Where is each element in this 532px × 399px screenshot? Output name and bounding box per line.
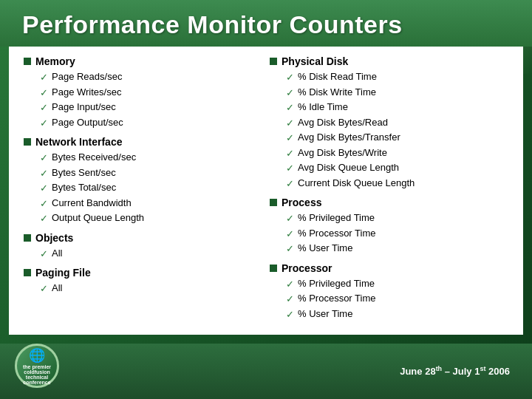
date-sup: th bbox=[436, 365, 443, 372]
item-text: Page Reads/sec bbox=[52, 69, 122, 84]
item-text: Bytes Total/sec bbox=[52, 180, 116, 195]
list-item: ✓% Disk Read Time bbox=[286, 69, 508, 85]
list-item: ✓Page Input/sec bbox=[40, 100, 262, 115]
check-icon: ✓ bbox=[40, 86, 48, 100]
item-text: Page Writes/sec bbox=[52, 85, 121, 100]
list-item: ✓Avg Disk Bytes/Read bbox=[286, 115, 508, 131]
check-icon: ✓ bbox=[286, 277, 294, 292]
check-icon: ✓ bbox=[286, 292, 294, 307]
bullet-icon bbox=[270, 199, 277, 206]
item-text: % Processor Time bbox=[298, 291, 375, 306]
item-text: Page Output/sec bbox=[52, 115, 123, 130]
check-icon: ✓ bbox=[40, 100, 48, 115]
logo-circle: 🌐 the premier coldfusion technical confe… bbox=[15, 344, 59, 388]
check-icon: ✓ bbox=[286, 211, 294, 226]
check-icon: ✓ bbox=[40, 70, 48, 85]
processor-label: Processor bbox=[282, 262, 332, 274]
list-item: ✓% Privileged Time bbox=[286, 276, 508, 292]
bullet-icon bbox=[24, 58, 31, 65]
section-process: Process ✓% Privileged Time ✓% Processor … bbox=[270, 197, 508, 256]
item-text: Avg Disk Bytes/Transfer bbox=[298, 130, 400, 145]
globe-icon: 🌐 bbox=[29, 347, 45, 364]
list-item: ✓Current Disk Queue Length bbox=[286, 176, 508, 191]
item-text: % Disk Write Time bbox=[298, 85, 376, 100]
item-text: % Privileged Time bbox=[298, 211, 375, 225]
process-header: Process bbox=[270, 197, 508, 208]
check-icon: ✓ bbox=[40, 151, 48, 166]
date-rest: – July 1 bbox=[442, 366, 480, 378]
footer-logo: 🌐 the premier coldfusion technical confe… bbox=[15, 344, 66, 395]
list-item: ✓Avg Disk Bytes/Transfer bbox=[286, 130, 508, 146]
bullet-icon bbox=[270, 265, 277, 272]
item-text: Page Input/sec bbox=[52, 100, 116, 115]
list-item: ✓% Disk Write Time bbox=[286, 85, 508, 100]
bullet-icon bbox=[24, 269, 31, 276]
title-area: Performance Monitor Counters bbox=[0, 0, 532, 47]
list-item: ✓All bbox=[40, 281, 262, 296]
physical-disk-label: Physical Disk bbox=[282, 55, 348, 67]
list-item: ✓Bytes Total/sec bbox=[40, 180, 262, 196]
bullet-icon bbox=[270, 58, 277, 65]
check-icon: ✓ bbox=[286, 70, 294, 85]
list-item: ✓All bbox=[40, 246, 262, 262]
item-text: Bytes Received/sec bbox=[52, 150, 136, 165]
logo-line3: technical bbox=[26, 375, 48, 380]
process-label: Process bbox=[282, 197, 321, 208]
check-icon: ✓ bbox=[286, 116, 294, 131]
list-item: ✓Avg Disk Bytes/Write bbox=[286, 146, 508, 161]
objects-label: Objects bbox=[35, 232, 73, 244]
physical-disk-header: Physical Disk bbox=[270, 55, 508, 67]
check-icon: ✓ bbox=[286, 161, 294, 176]
memory-label: Memory bbox=[35, 55, 75, 67]
list-item: ✓% Processor Time bbox=[286, 291, 508, 307]
check-icon: ✓ bbox=[286, 227, 294, 242]
network-label: Network Interface bbox=[35, 136, 122, 148]
item-text: % Idle Time bbox=[298, 100, 348, 115]
network-list: ✓Bytes Received/sec ✓Bytes Sent/sec ✓Byt… bbox=[40, 150, 262, 226]
objects-header: Objects bbox=[24, 232, 262, 244]
list-item: ✓% User Time bbox=[286, 241, 508, 256]
check-icon: ✓ bbox=[40, 211, 48, 226]
paging-list: ✓All bbox=[40, 281, 262, 296]
paging-label: Paging File bbox=[35, 267, 91, 279]
section-objects: Objects ✓All bbox=[24, 232, 262, 262]
item-text: % Privileged Time bbox=[298, 276, 375, 291]
item-text: % Processor Time bbox=[298, 226, 375, 241]
processor-list: ✓% Privileged Time ✓% Processor Time ✓% … bbox=[286, 276, 508, 322]
network-header: Network Interface bbox=[24, 136, 262, 148]
list-item: ✓Current Bandwidth bbox=[40, 196, 262, 211]
section-paging: Paging File ✓All bbox=[24, 267, 262, 296]
paging-header: Paging File bbox=[24, 267, 262, 279]
section-processor: Processor ✓% Privileged Time ✓% Processo… bbox=[270, 262, 508, 322]
list-item: ✓% Processor Time bbox=[286, 226, 508, 242]
process-list: ✓% Privileged Time ✓% Processor Time ✓% … bbox=[286, 211, 508, 256]
item-text: Current Disk Queue Length bbox=[298, 176, 415, 191]
logo-line1: the premier bbox=[23, 364, 51, 369]
item-text: Output Queue Length bbox=[52, 211, 144, 225]
list-item: ✓Page Reads/sec bbox=[40, 69, 262, 85]
item-text: % User Time bbox=[298, 307, 352, 321]
check-icon: ✓ bbox=[40, 116, 48, 131]
section-memory: Memory ✓Page Reads/sec ✓Page Writes/sec … bbox=[24, 55, 262, 130]
processor-header: Processor bbox=[270, 262, 508, 274]
item-text: Avg Disk Queue Length bbox=[298, 160, 399, 175]
memory-list: ✓Page Reads/sec ✓Page Writes/sec ✓Page I… bbox=[40, 69, 262, 130]
slide-title: Performance Monitor Counters bbox=[22, 10, 510, 39]
slide-background: Performance Monitor Counters Memory ✓Pag… bbox=[0, 0, 532, 399]
check-icon: ✓ bbox=[40, 197, 48, 211]
item-text: Avg Disk Bytes/Read bbox=[298, 115, 388, 130]
logo-line4: conference bbox=[23, 380, 50, 385]
list-item: ✓Page Writes/sec bbox=[40, 85, 262, 100]
footer-date: June 28th – July 1st 2006 bbox=[400, 365, 510, 377]
item-text: % User Time bbox=[298, 241, 352, 256]
list-item: ✓Bytes Received/sec bbox=[40, 150, 262, 166]
check-icon: ✓ bbox=[40, 166, 48, 181]
date-label: June 28 bbox=[400, 366, 435, 378]
item-text: Bytes Sent/sec bbox=[52, 166, 116, 180]
list-item: ✓Bytes Sent/sec bbox=[40, 166, 262, 181]
item-text: All bbox=[52, 246, 62, 261]
objects-list: ✓All bbox=[40, 246, 262, 262]
memory-header: Memory bbox=[24, 55, 262, 67]
item-text: Current Bandwidth bbox=[52, 196, 132, 211]
item-text: All bbox=[52, 281, 62, 296]
